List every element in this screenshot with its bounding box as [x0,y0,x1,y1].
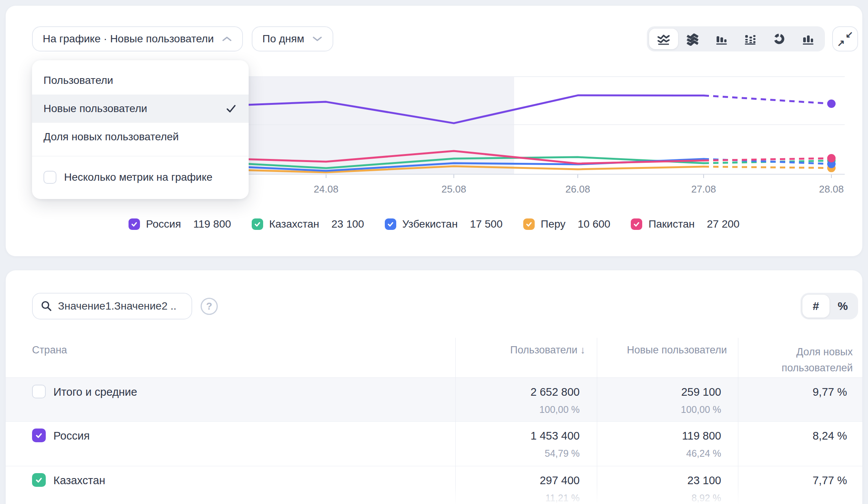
dropdown-item-label: Доля новых пользователей [43,131,179,143]
period-selector-label: По дням [262,33,304,45]
chart-type-bars-icon[interactable] [794,29,823,49]
row-checkbox[interactable] [32,385,46,398]
table-row-totals[interactable]: Итого и средние 2 652 800 100,00 % 259 1… [6,377,862,421]
legend-item-uzbekistan[interactable]: Узбекистан 17 500 [385,218,503,230]
value-format-toggle: # % [800,293,858,319]
collapse-chart-button[interactable]: ↙ ↗ [832,26,858,51]
chart-type-stacked-columns-icon[interactable] [736,29,765,49]
checkmark-icon [225,103,237,115]
row-country-name: Россия [53,430,90,442]
row-checkbox[interactable] [32,473,46,487]
row-checkbox[interactable] [32,429,46,442]
cell-users: 297 400 [540,474,580,487]
chart-type-pie-icon[interactable] [765,29,794,49]
row-country-name: Казахстан [53,474,105,487]
chart-type-stacked-area-icon[interactable] [678,29,707,49]
legend-label: Россия [146,218,181,230]
checkmark-icon [130,220,138,228]
cell-new-users-percent: 8,92 % [691,493,721,504]
checkmark-icon [34,475,43,485]
search-box[interactable] [32,293,192,319]
legend-value: 23 100 [331,218,364,230]
chart-type-line-icon[interactable] [649,29,678,49]
legend-item-kazakhstan[interactable]: Казахстан 23 100 [252,218,364,230]
dropdown-item-users[interactable]: Пользователи [32,66,249,95]
checkmark-icon [632,220,641,228]
legend-value: 17 500 [470,218,503,230]
legend-label: Узбекистан [402,218,458,230]
analytics-screen: 24.08 25.08 26.08 27.08 28.08 На графике… [0,0,868,504]
checkmark-icon [386,220,395,228]
cell-users-percent: 100,00 % [539,404,580,415]
period-selector-button[interactable]: По дням [252,26,333,51]
legend-item-russia[interactable]: Россия 119 800 [129,218,231,230]
arrow-up-right-icon: ↗ [837,39,845,48]
cell-new-users-percent: 46,24 % [686,448,721,459]
cell-users: 2 652 800 [530,386,580,398]
search-input[interactable] [58,300,176,312]
dropdown-item-new-users[interactable]: Новые пользователи [32,95,249,123]
column-header-label: Пользователи [510,344,577,356]
metric-dropdown: Пользователи Новые пользователи Доля нов… [32,60,249,199]
dropdown-item-new-users-share[interactable]: Доля новых пользователей [32,123,249,151]
column-header-new-users-share[interactable]: Доля новых пользователей [738,344,853,376]
row-country-name: Итого и средние [53,386,137,398]
legend-label: Перу [541,218,566,230]
arrow-down-left-icon: ↙ [845,30,853,39]
cell-users: 1 453 400 [530,430,580,442]
column-header-country[interactable]: Страна [32,344,67,356]
chart-legend: Россия 119 800 Казахстан 23 100 Узбекист… [6,216,862,233]
column-divider [455,338,456,504]
help-symbol: ? [206,300,212,312]
multi-metric-label: Несколько метрик на графике [64,171,212,183]
chevron-down-icon [312,36,323,42]
table-row-kazakhstan[interactable]: Казахстан 297 400 11,21 % 23 100 8,92 % … [6,466,862,504]
cell-new-users: 119 800 [682,430,721,442]
dropdown-item-label: Новые пользователи [43,103,147,115]
dropdown-item-label: Пользователи [43,74,113,87]
legend-checkbox[interactable] [252,218,263,230]
legend-checkbox[interactable] [129,218,140,230]
column-divider [738,338,738,504]
search-icon [40,300,53,312]
cell-new-users: 23 100 [687,474,721,487]
metric-selector-button[interactable]: На графике · Новые пользователи [32,26,243,51]
chart-type-columns-icon[interactable] [707,29,736,49]
cell-share: 8,24 % [813,430,847,442]
cell-users-percent: 11,21 % [545,493,580,504]
legend-value: 119 800 [193,218,231,230]
column-header-new-users[interactable]: Новые пользователи [627,344,727,356]
sort-descending-icon: ↓ [580,344,586,356]
hash-icon: # [813,300,819,313]
row-divider [6,421,862,422]
cell-new-users: 259 100 [681,386,721,398]
legend-checkbox[interactable] [523,218,535,230]
legend-value: 10 600 [578,218,611,230]
row-divider [6,466,862,466]
chevron-up-icon [222,36,232,42]
column-divider [597,338,597,504]
multi-metric-checkbox[interactable] [43,171,56,184]
legend-checkbox[interactable] [631,218,642,230]
column-header-users[interactable]: Пользователи ↓ [510,344,585,356]
help-icon[interactable]: ? [201,298,218,315]
legend-label: Пакистан [648,218,694,230]
legend-item-pakistan[interactable]: Пакистан 27 200 [631,218,739,230]
toggle-absolute[interactable]: # [802,295,829,318]
legend-item-peru[interactable]: Перу 10 600 [523,218,611,230]
legend-checkbox[interactable] [385,218,396,230]
toggle-percent[interactable]: % [829,295,857,318]
table-row-russia[interactable]: Россия 1 453 400 54,79 % 119 800 46,24 %… [6,421,862,466]
cell-new-users-percent: 100,00 % [681,404,721,415]
checkmark-icon [253,220,262,228]
percent-icon: % [837,300,848,313]
cell-users-percent: 54,79 % [545,448,580,459]
cell-share: 7,77 % [813,474,847,487]
cell-share: 9,77 % [813,386,847,398]
legend-value: 27 200 [707,218,740,230]
checkmark-icon [34,431,43,440]
multi-metric-option[interactable]: Несколько метрик на графике [32,163,249,191]
dropdown-divider [32,156,249,156]
legend-label: Казахстан [269,218,319,230]
metric-selector-label: На графике · Новые пользователи [43,33,214,45]
